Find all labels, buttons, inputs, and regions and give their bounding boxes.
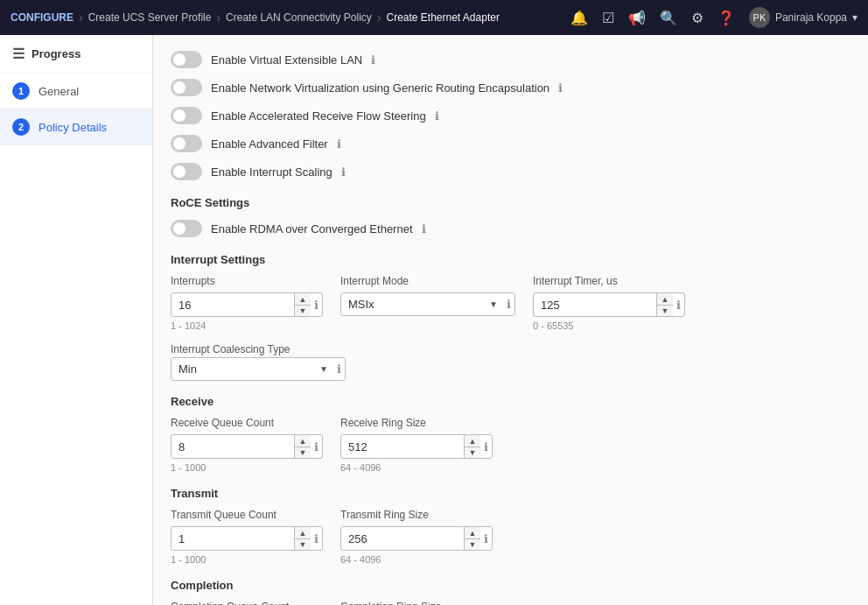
interrupt-timer-range: 0 - 65535 (533, 320, 685, 331)
receive-queue-spin-up[interactable]: ▲ (295, 435, 311, 447)
advanced-filter-label: Enable Advanced Filter (211, 137, 328, 151)
completion-ring-label: Completion Ring Size (340, 601, 493, 605)
transmit-queue-info-icon[interactable]: ℹ (311, 532, 322, 545)
interrupt-scaling-info-icon[interactable]: ℹ (341, 165, 346, 179)
toggle-row-nvgre: Enable Network Virtualization using Gene… (171, 77, 850, 98)
interrupt-timer-spin-up[interactable]: ▲ (657, 293, 673, 305)
interrupts-input[interactable] (172, 294, 294, 316)
nvgre-thumb (173, 81, 186, 94)
receive-ring-input-wrapper: ▲ ▼ ℹ (340, 434, 493, 459)
transmit-ring-input-wrapper: ▲ ▼ ℹ (340, 526, 493, 551)
nvgre-info-icon[interactable]: ℹ (558, 81, 563, 95)
receive-ring-spin-up[interactable]: ▲ (465, 435, 480, 447)
receive-queue-info-icon[interactable]: ℹ (311, 440, 322, 454)
vxlan-label: Enable Virtual Extensible LAN (211, 53, 362, 67)
sidebar-policy-label: Policy Details (38, 121, 107, 134)
sidebar-item-general[interactable]: 1 General (0, 74, 152, 109)
interrupts-spinners: ▲ ▼ (294, 293, 311, 316)
nvgre-toggle[interactable] (171, 79, 202, 96)
arfs-info-icon[interactable]: ℹ (435, 109, 439, 123)
vxlan-info-icon[interactable]: ℹ (371, 53, 375, 67)
breadcrumb-ucs[interactable]: Create UCS Server Profile (88, 11, 212, 24)
interrupt-scaling-thumb (173, 165, 186, 178)
user-name: Paniraja Koppa (775, 11, 847, 24)
completion-ring-group: Completion Ring Size ▲ ▼ ℹ 1 - 256 (340, 601, 493, 605)
interrupt-scaling-toggle[interactable] (171, 163, 202, 180)
breadcrumb-lan[interactable]: Create LAN Connectivity Policy (226, 11, 372, 24)
transmit-ring-info-icon[interactable]: ℹ (480, 532, 492, 545)
interrupt-timer-spinners: ▲ ▼ (656, 293, 673, 316)
content-area: Enable Virtual Extensible LAN ℹ Enable N… (153, 35, 868, 605)
receive-queue-label: Receive Queue Count (171, 417, 323, 429)
interrupt-timer-spin-down[interactable]: ▼ (657, 305, 673, 316)
receive-form-row: Receive Queue Count ▲ ▼ ℹ 1 - 1000 Recei… (171, 417, 850, 473)
advanced-filter-thumb (173, 137, 186, 150)
transmit-ring-input[interactable] (341, 528, 464, 550)
toggle-row-arfs: Enable Accelerated Receive Flow Steering… (171, 105, 850, 126)
interrupt-timer-input[interactable] (534, 294, 656, 316)
interrupt-mode-select[interactable]: MSIx MSI INTx (341, 293, 484, 315)
vxlan-thumb (173, 53, 186, 66)
breadcrumb-sep-2: › (216, 11, 220, 25)
interrupts-label: Interrupts (171, 275, 323, 287)
interrupt-mode-info-icon[interactable]: ℹ (503, 298, 514, 311)
interrupt-mode-select-wrapper: MSIx MSI INTx ▼ ℹ (340, 292, 515, 316)
transmit-queue-input-wrapper: ▲ ▼ ℹ (171, 526, 323, 551)
transmit-ring-spin-up[interactable]: ▲ (465, 527, 480, 538)
receive-queue-spinners: ▲ ▼ (294, 435, 311, 458)
receive-queue-spin-down[interactable]: ▼ (295, 447, 311, 458)
receive-ring-spin-down[interactable]: ▼ (465, 447, 480, 458)
transmit-queue-spin-down[interactable]: ▼ (295, 538, 311, 550)
interrupts-group: Interrupts ▲ ▼ ℹ 1 - 1024 (171, 275, 323, 331)
arfs-label: Enable Accelerated Receive Flow Steering (211, 109, 426, 123)
interrupt-timer-label: Interrupt Timer, us (533, 275, 685, 287)
completion-queue-label: Completion Queue Count (171, 601, 323, 605)
transmit-ring-range: 64 - 4096 (340, 554, 493, 565)
interrupt-form-row: Interrupts ▲ ▼ ℹ 1 - 1024 Interrupt Mode… (171, 275, 850, 331)
interrupt-timer-input-wrapper: ▲ ▼ ℹ (533, 292, 685, 317)
receive-queue-range: 1 - 1000 (171, 462, 323, 473)
vxlan-toggle[interactable] (171, 51, 202, 68)
advanced-filter-info-icon[interactable]: ℹ (337, 137, 341, 151)
transmit-queue-range: 1 - 1000 (171, 554, 323, 565)
sidebar-header: ☰ Progress (0, 35, 152, 74)
receive-ring-info-icon[interactable]: ℹ (480, 440, 492, 454)
completion-section-title: Completion (171, 579, 850, 592)
configure-link[interactable]: CONFIGURE (10, 11, 74, 24)
advanced-filter-toggle[interactable] (171, 135, 202, 152)
transmit-queue-spin-up[interactable]: ▲ (295, 527, 311, 538)
receive-queue-input[interactable] (172, 436, 294, 458)
transmit-queue-spinners: ▲ ▼ (294, 527, 311, 550)
transmit-ring-spin-down[interactable]: ▼ (465, 538, 480, 550)
coalescing-info-icon[interactable]: ℹ (333, 362, 345, 376)
arfs-thumb (173, 109, 186, 122)
receive-ring-input[interactable] (341, 436, 464, 458)
tasks-icon[interactable]: ☑ (602, 10, 614, 26)
interrupt-timer-info-icon[interactable]: ℹ (673, 299, 684, 312)
receive-section-title: Receive (171, 395, 850, 408)
completion-form-row: Completion Queue Count ▲ ▼ ℹ 1 - 2000 Co… (171, 601, 850, 605)
arfs-toggle[interactable] (171, 107, 202, 124)
interrupts-info-icon[interactable]: ℹ (311, 299, 322, 312)
transmit-queue-label: Transmit Queue Count (171, 509, 323, 521)
sidebar-item-policy-details[interactable]: 2 Policy Details (0, 109, 152, 145)
bell-icon[interactable]: 🔔 (570, 10, 588, 26)
coalescing-group: Interrupt Coalescing Type Min Idle ▼ ℹ (171, 343, 850, 381)
gear-icon[interactable]: ⚙ (691, 10, 704, 26)
coalescing-label: Interrupt Coalescing Type (171, 343, 850, 355)
interrupts-spin-down[interactable]: ▼ (295, 305, 311, 316)
transmit-form-row: Transmit Queue Count ▲ ▼ ℹ 1 - 1000 Tran… (171, 509, 850, 565)
interrupt-mode-label: Interrupt Mode (340, 275, 515, 287)
help-icon[interactable]: ❓ (718, 10, 735, 26)
interrupts-spin-up[interactable]: ▲ (295, 293, 311, 305)
transmit-queue-input[interactable] (172, 528, 294, 550)
rdma-toggle[interactable] (171, 220, 202, 237)
rdma-info-icon[interactable]: ℹ (422, 222, 426, 236)
user-menu[interactable]: PK Paniraja Koppa ▾ (749, 7, 858, 28)
breadcrumb-ethernet[interactable]: Create Ethernet Adapter (386, 11, 499, 24)
search-icon[interactable]: 🔍 (660, 10, 677, 26)
interrupt-mode-chevron-icon: ▼ (484, 299, 503, 309)
receive-ring-spinners: ▲ ▼ (464, 435, 480, 458)
coalescing-select[interactable]: Min Idle (172, 358, 314, 380)
announce-icon[interactable]: 📢 (628, 10, 646, 26)
